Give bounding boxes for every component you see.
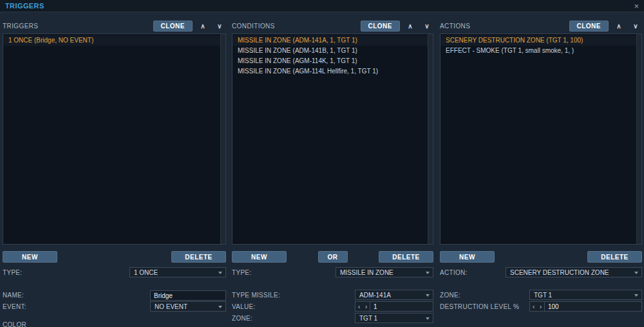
conditions-list-scrollbar[interactable]	[428, 34, 433, 244]
triggers-clone-button[interactable]: CLONE	[153, 21, 193, 32]
condition-type-value: MISSILE IN ZONE	[340, 269, 393, 276]
conditions-new-button[interactable]: NEW	[232, 251, 287, 263]
condition-value-label: VALUE:	[232, 303, 256, 310]
chevron-down-icon	[426, 317, 430, 320]
stepper-divider	[370, 302, 370, 311]
actions-move-up-button[interactable]: ∧	[612, 21, 625, 32]
condition-value-field[interactable]: 1	[374, 303, 377, 310]
action-zone-value: TGT 1	[534, 292, 552, 299]
chevron-down-icon	[634, 294, 638, 297]
triggers-panel: TRIGGERS CLONE ∧ ∨ 1 ONCE (Bridge, NO EV…	[3, 21, 226, 327]
trigger-type-row: TYPE: 1 ONCE	[3, 267, 226, 277]
triggers-list: 1 ONCE (Bridge, NO EVENT)	[3, 33, 226, 245]
action-zone-row: ZONE: TGT 1	[440, 290, 642, 300]
conditions-or-button[interactable]: OR	[318, 251, 348, 263]
conditions-button-row: NEW OR DELETE	[232, 251, 433, 263]
actions-list: SCENERY DESTRUCTION ZONE (TGT 1, 100) EF…	[440, 33, 642, 245]
close-icon[interactable]: ×	[634, 2, 639, 10]
chevron-up-icon: ∧	[616, 23, 621, 30]
chevron-down-icon: ∨	[633, 23, 638, 30]
condition-list-item[interactable]: MISSILE IN ZONE (AGM-114L Hellfire, 1, T…	[232, 66, 433, 77]
triggers-panel-header: TRIGGERS CLONE ∧ ∨	[3, 21, 226, 32]
trigger-name-label: NAME:	[3, 292, 24, 299]
stepper-divider	[544, 302, 545, 311]
actions-clone-button[interactable]: CLONE	[569, 21, 609, 32]
condition-zone-dropdown[interactable]: TGT 1	[355, 313, 433, 323]
missile-type-label: TYPE MISSILE:	[232, 292, 280, 299]
triggers-header-label: TRIGGERS	[3, 23, 38, 30]
destruction-level-stepper: ‹ › 100	[529, 301, 642, 312]
conditions-clone-button[interactable]: CLONE	[361, 21, 401, 32]
trigger-event-row: EVENT: NO EVENT	[3, 301, 226, 312]
condition-type-label: TYPE:	[232, 269, 251, 276]
destruction-level-label: DESTRUCTION LEVEL %	[440, 303, 519, 310]
actions-button-row: NEW DELETE	[440, 251, 642, 263]
actions-list-scrollbar[interactable]	[636, 34, 641, 244]
chevron-up-icon: ∧	[200, 23, 205, 30]
action-type-row: ACTION: SCENERY DESTRUCTION ZONE	[440, 267, 642, 277]
actions-move-down-button[interactable]: ∨	[629, 21, 642, 32]
condition-value-row: VALUE: ‹ › 1	[232, 301, 433, 312]
action-zone-label: ZONE:	[440, 292, 460, 299]
trigger-event-dropdown[interactable]: NO EVENT	[150, 301, 226, 312]
condition-list-item[interactable]: MISSILE IN ZONE (ADM-141B, 1, TGT 1)	[232, 46, 433, 56]
missile-type-dropdown[interactable]: ADM-141A	[355, 290, 433, 300]
actions-new-button[interactable]: NEW	[440, 251, 495, 263]
condition-zone-value: TGT 1	[359, 315, 377, 322]
action-list-item[interactable]: EFFECT - SMOKE (TGT 1, small smoke, 1, )	[440, 46, 641, 56]
chevron-down-icon	[218, 306, 222, 308]
stepper-increment-button[interactable]: ›	[537, 302, 544, 311]
chevron-down-icon	[634, 272, 638, 274]
chevron-up-icon: ∧	[408, 23, 412, 30]
conditions-move-up-button[interactable]: ∧	[404, 21, 417, 32]
chevron-down-icon	[426, 272, 430, 274]
actions-panel-header: ACTIONS CLONE ∧ ∨	[440, 21, 642, 32]
condition-type-row: TYPE: MISSILE IN ZONE	[232, 267, 433, 277]
triggers-delete-button[interactable]: DELETE	[171, 251, 226, 263]
stepper-increment-button[interactable]: ›	[363, 302, 370, 311]
actions-header-label: ACTIONS	[440, 23, 470, 30]
trigger-event-value: NO EVENT	[155, 303, 187, 310]
trigger-name-row: NAME:	[3, 290, 226, 300]
triggers-move-up-button[interactable]: ∧	[196, 21, 209, 32]
trigger-type-dropdown[interactable]: 1 ONCE	[129, 267, 226, 277]
triggers-list-scrollbar[interactable]	[220, 34, 225, 244]
trigger-name-input[interactable]	[150, 290, 226, 301]
condition-value-stepper: ‹ › 1	[355, 301, 433, 312]
action-dropdown[interactable]: SCENERY DESTRUCTION ZONE	[506, 267, 642, 277]
action-zone-dropdown[interactable]: TGT 1	[529, 290, 642, 300]
titlebar: TRIGGERS ×	[0, 0, 644, 12]
chevron-down-icon: ∨	[217, 23, 222, 30]
conditions-panel-header: CONDITIONS CLONE ∧ ∨	[232, 21, 433, 32]
triggers-new-button[interactable]: NEW	[3, 251, 57, 263]
trigger-type-value: 1 ONCE	[134, 269, 158, 276]
chevron-down-icon: ∨	[424, 23, 429, 30]
action-label: ACTION:	[440, 269, 468, 276]
stepper-decrement-button[interactable]: ‹	[355, 302, 363, 311]
trigger-event-label: EVENT:	[3, 303, 26, 310]
triggers-button-row: NEW DELETE	[3, 251, 226, 263]
action-list-item[interactable]: SCENERY DESTRUCTION ZONE (TGT 1, 100)	[440, 35, 641, 46]
condition-type-dropdown[interactable]: MISSILE IN ZONE	[336, 267, 433, 277]
stepper-decrement-button[interactable]: ‹	[530, 302, 537, 311]
trigger-list-item[interactable]: 1 ONCE (Bridge, NO EVENT)	[3, 35, 225, 46]
destruction-level-field[interactable]: 100	[548, 303, 559, 310]
condition-list-item[interactable]: MISSILE IN ZONE (AGM-114K, 1, TGT 1)	[232, 56, 433, 66]
destruction-level-row: DESTRUCTION LEVEL % ‹ › 100	[440, 301, 642, 312]
actions-delete-button[interactable]: DELETE	[587, 251, 642, 263]
actions-panel: ACTIONS CLONE ∧ ∨ SCENERY DESTRUCTION ZO…	[440, 21, 642, 327]
conditions-panel: CONDITIONS CLONE ∧ ∨ MISSILE IN ZONE (AD…	[232, 21, 433, 327]
condition-missile-row: TYPE MISSILE: ADM-141A	[232, 290, 433, 300]
missile-type-value: ADM-141A	[359, 292, 391, 299]
triggers-move-down-button[interactable]: ∨	[213, 21, 226, 32]
conditions-delete-button[interactable]: DELETE	[379, 251, 433, 263]
trigger-color-label: COLOR	[3, 321, 226, 327]
chevron-down-icon	[426, 294, 430, 297]
trigger-type-label: TYPE:	[3, 269, 22, 276]
window-title: TRIGGERS	[5, 2, 44, 10]
conditions-header-label: CONDITIONS	[232, 23, 275, 30]
action-value: SCENERY DESTRUCTION ZONE	[510, 269, 609, 276]
conditions-move-down-button[interactable]: ∨	[421, 21, 433, 32]
conditions-list: MISSILE IN ZONE (ADM-141A, 1, TGT 1) MIS…	[232, 33, 433, 245]
condition-list-item[interactable]: MISSILE IN ZONE (ADM-141A, 1, TGT 1)	[232, 35, 433, 46]
